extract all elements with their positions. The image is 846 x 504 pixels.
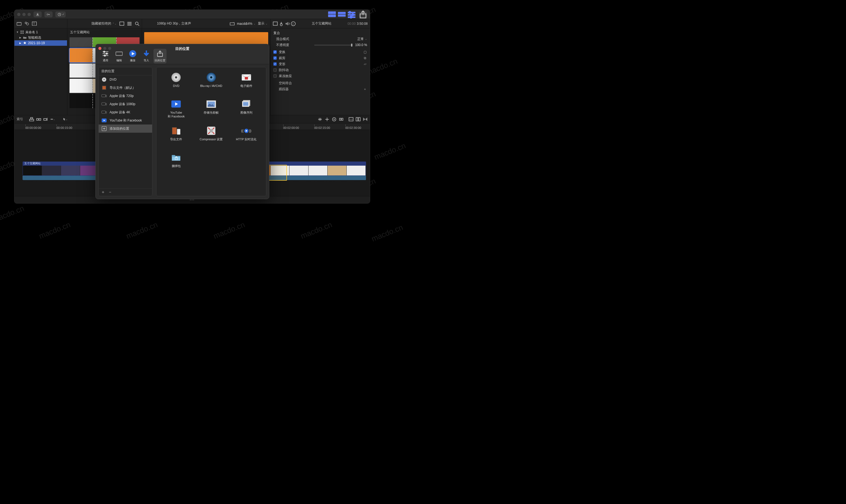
timeline-index-button[interactable]: 索引: [17, 117, 23, 122]
dest-bundle[interactable]: 捆绑包: [159, 152, 193, 178]
viewer-zoom-dropdown[interactable]: 54%⌄: [246, 22, 255, 25]
sidebar-item-smart[interactable]: ▶ 智能精选: [15, 35, 67, 40]
dest-list-item-add[interactable]: 添加目的位置: [99, 125, 152, 133]
library-titles-icon[interactable]: T: [32, 21, 37, 26]
add-destination-button[interactable]: ＋: [101, 190, 105, 195]
destinations-sidebar: 目的位置 DVD 导出文件（默认） Apple 设备 720p Apple 设备…: [99, 67, 152, 196]
transform-label: 变换: [279, 50, 363, 54]
dest-save-frame[interactable]: 存储当前帧: [194, 99, 228, 125]
dest-youtube-facebook[interactable]: YouTube 和 Facebook: [159, 99, 193, 125]
tl-solo-icon[interactable]: [332, 117, 337, 122]
disclosure-triangle-icon[interactable]: ▼: [16, 31, 19, 34]
dest-list-item-dvd[interactable]: DVD: [99, 75, 152, 84]
library-root[interactable]: ▼ 未命名 1: [15, 30, 67, 35]
tl-clip-appearance-icon[interactable]: [349, 117, 353, 122]
clip-filmstrip-icon[interactable]: [119, 21, 124, 26]
svg-rect-52: [356, 118, 357, 121]
clip-list-icon[interactable]: [127, 21, 132, 26]
inspector-video-tab[interactable]: [273, 21, 278, 26]
svg-rect-70: [106, 95, 107, 97]
timeline-playhead-region[interactable]: [268, 165, 287, 181]
background-tasks-button[interactable]: ✓: [55, 12, 66, 17]
svg-text:T: T: [33, 22, 35, 25]
dest-bluray[interactable]: Blu-ray / AVCHD: [194, 72, 228, 98]
add-tracker-icon[interactable]: ＋: [363, 87, 367, 92]
library-photos-icon[interactable]: [24, 21, 29, 26]
inspector-color-tab[interactable]: [279, 21, 284, 26]
crop-checkbox[interactable]: [274, 56, 277, 60]
sidebar-item-event[interactable]: ▶ 2021-10-19: [15, 40, 67, 46]
tl-connect-icon[interactable]: [29, 117, 34, 122]
tl-skimming-icon[interactable]: [318, 117, 322, 122]
minimize-dot[interactable]: [22, 13, 25, 16]
layout-timeline-button[interactable]: [338, 12, 346, 17]
library-root-label: 未命名 1: [25, 30, 38, 35]
dest-http-stream[interactable]: (()) HTTP 实时流化: [229, 126, 263, 151]
apple-device-icon: [101, 93, 107, 98]
dest-dvd[interactable]: DVD: [159, 72, 193, 98]
zoom-dot[interactable]: [28, 13, 31, 16]
layout-inspector-button[interactable]: [348, 12, 356, 17]
crop-tool-icon[interactable]: ⧉: [363, 56, 367, 60]
disclosure-triangle-icon[interactable]: ▶: [19, 36, 21, 39]
close-dot[interactable]: [17, 13, 20, 16]
dest-label: 存储当前帧: [204, 111, 218, 115]
dest-list-item-export-file[interactable]: 导出文件（默认）: [99, 84, 152, 92]
clip-filter-dropdown[interactable]: 隐藏被拒绝的 ⌃⌄: [92, 21, 117, 26]
share-button[interactable]: [359, 12, 367, 17]
dest-list-item-apple-720p[interactable]: Apple 设备 720p: [99, 92, 152, 100]
tracker-label: 跟踪器: [274, 87, 363, 92]
tl-snapping-icon[interactable]: [339, 117, 344, 122]
tl-overwrite-icon[interactable]: ⌄: [50, 117, 55, 122]
distort-checkbox[interactable]: [274, 62, 277, 66]
dest-label: 捆绑包: [172, 164, 181, 168]
import-button[interactable]: [34, 12, 42, 17]
transform-checkbox[interactable]: [274, 50, 277, 54]
svg-rect-44: [43, 119, 46, 120]
layout-browser-button[interactable]: [328, 12, 336, 17]
svg-rect-48: [340, 118, 341, 121]
dest-label: 图像序列: [241, 111, 252, 115]
remove-destination-button[interactable]: －: [108, 190, 112, 195]
transform-tool-icon[interactable]: ▢: [363, 50, 367, 54]
stabilize-checkbox[interactable]: [274, 68, 277, 72]
opacity-slider[interactable]: [314, 45, 352, 46]
blend-mode-dropdown[interactable]: 正常 ⌄: [357, 37, 367, 41]
viewer-display-dropdown[interactable]: 显示⌄: [258, 21, 268, 26]
dest-compressor[interactable]: Compressor 设置: [194, 126, 228, 151]
svg-rect-71: [102, 103, 105, 105]
watermark: macdo.cn: [125, 220, 159, 240]
distort-tool-icon[interactable]: ▱: [363, 62, 367, 66]
svg-rect-92: [177, 129, 180, 134]
inspector-audio-tab[interactable]: [285, 21, 290, 26]
search-icon[interactable]: [135, 21, 140, 26]
inspector-duration: 3:50:08: [357, 22, 368, 25]
ruler-tick: 00:00:15:00: [56, 126, 72, 129]
svg-point-78: [175, 76, 177, 78]
tl-audio-skim-icon[interactable]: [324, 117, 330, 122]
dest-export-file[interactable]: 导出文件: [159, 126, 193, 151]
dest-image-sequence[interactable]: 图像序列: [229, 99, 263, 125]
svg-point-16: [349, 11, 351, 14]
library-media-icon[interactable]: [17, 21, 21, 26]
timeline-index-label: 索引: [17, 117, 23, 121]
tl-append-icon[interactable]: [43, 117, 48, 122]
opacity-value: 100.0 %: [355, 43, 367, 47]
dest-list-item-label: Apple 设备 4K: [109, 110, 130, 115]
dvd-disc-icon: [171, 72, 181, 83]
dest-list-item-label: YouTube 和 Facebook: [109, 118, 142, 123]
dest-list-item-youtube-facebook[interactable]: YouTube 和 Facebook: [99, 116, 152, 125]
svg-rect-26: [120, 22, 124, 25]
rolling-checkbox[interactable]: [274, 74, 277, 78]
film-phone-icon: [171, 126, 181, 136]
keyword-button[interactable]: [45, 12, 53, 17]
dest-email[interactable]: 电子邮件: [229, 72, 263, 98]
tl-transitions-icon[interactable]: [363, 117, 368, 122]
tl-effects-icon[interactable]: [356, 117, 360, 122]
disclosure-triangle-icon[interactable]: ▶: [19, 42, 21, 44]
dest-list-item-apple-1080p[interactable]: Apple 设备 1080p: [99, 100, 152, 108]
tl-insert-icon[interactable]: [36, 117, 41, 122]
inspector-info-tab[interactable]: i: [291, 21, 296, 26]
tl-arrow-tool[interactable]: ⌄: [63, 117, 68, 122]
dest-list-item-apple-4k[interactable]: Apple 设备 4K: [99, 108, 152, 116]
